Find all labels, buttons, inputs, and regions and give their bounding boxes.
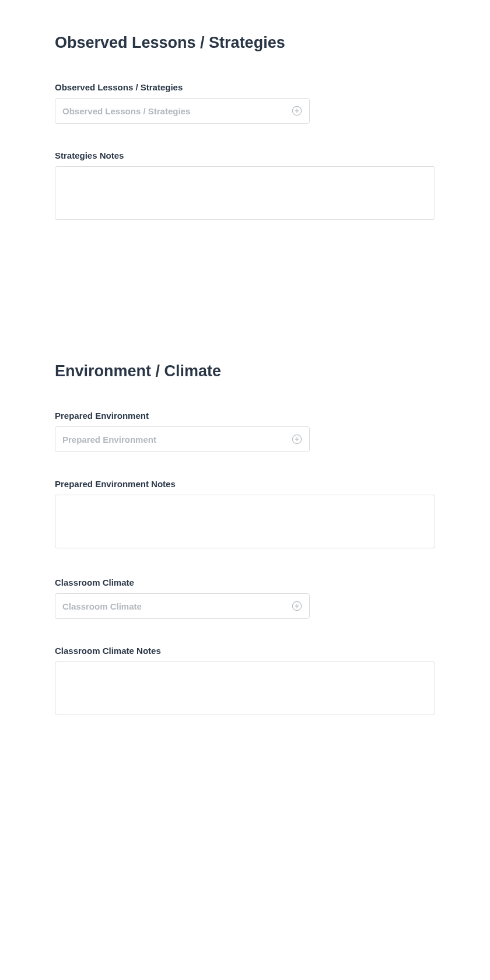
field-observed-lessons-strategies: Observed Lessons / Strategies Observed L… bbox=[55, 82, 435, 124]
select-placeholder-classroom-climate: Classroom Climate bbox=[62, 601, 142, 611]
label-prepared-environment-notes: Prepared Environment Notes bbox=[55, 479, 435, 489]
label-strategies-notes: Strategies Notes bbox=[55, 150, 435, 160]
field-prepared-environment: Prepared Environment Prepared Environmen… bbox=[55, 411, 435, 452]
section-observed-lessons: Observed Lessons / Strategies Observed L… bbox=[55, 34, 435, 222]
section-heading-environment: Environment / Climate bbox=[55, 362, 435, 380]
label-classroom-climate: Classroom Climate bbox=[55, 578, 435, 587]
plus-circle-icon bbox=[292, 601, 302, 611]
select-placeholder-prepared-env: Prepared Environment bbox=[62, 435, 156, 444]
select-classroom-climate[interactable]: Classroom Climate bbox=[55, 593, 310, 619]
select-placeholder-observed: Observed Lessons / Strategies bbox=[62, 106, 190, 116]
textarea-prepared-environment-notes[interactable] bbox=[55, 495, 435, 548]
select-prepared-environment[interactable]: Prepared Environment bbox=[55, 426, 310, 452]
field-classroom-climate: Classroom Climate Classroom Climate bbox=[55, 578, 435, 619]
field-prepared-environment-notes: Prepared Environment Notes bbox=[55, 479, 435, 551]
label-classroom-climate-notes: Classroom Climate Notes bbox=[55, 646, 435, 656]
textarea-classroom-climate-notes[interactable] bbox=[55, 662, 435, 715]
field-strategies-notes: Strategies Notes bbox=[55, 150, 435, 222]
select-observed-lessons-strategies[interactable]: Observed Lessons / Strategies bbox=[55, 98, 310, 124]
field-classroom-climate-notes: Classroom Climate Notes bbox=[55, 646, 435, 718]
plus-circle-icon bbox=[292, 106, 302, 116]
label-observed-lessons-strategies: Observed Lessons / Strategies bbox=[55, 82, 435, 92]
section-heading-observed: Observed Lessons / Strategies bbox=[55, 34, 435, 52]
section-environment-climate: Environment / Climate Prepared Environme… bbox=[55, 362, 435, 718]
plus-circle-icon bbox=[292, 434, 302, 444]
textarea-strategies-notes[interactable] bbox=[55, 166, 435, 220]
label-prepared-environment: Prepared Environment bbox=[55, 411, 435, 421]
